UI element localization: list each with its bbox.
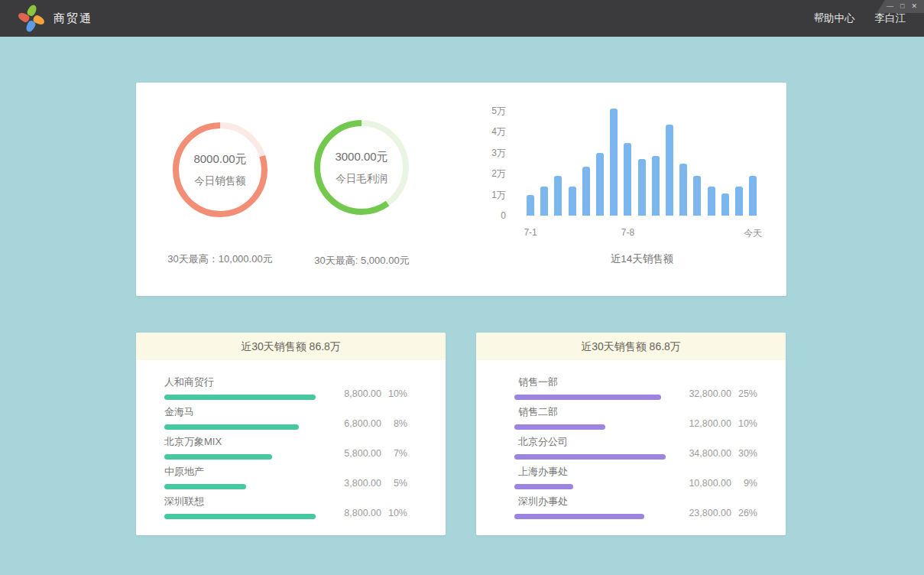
rank-value: 10,800.00	[678, 478, 731, 489]
window-controls: — □ ✕	[877, 0, 924, 13]
today-sales-30day-max: 30天最高：10,000.00元	[148, 252, 293, 266]
chart-x-tick: 7-8	[621, 227, 634, 238]
overview-card: 8000.00元 今日销售额 30天最高：10,000.00元 3000.00元…	[136, 83, 786, 296]
rank-card-body: 人和商贸行 8,800.00 10% 金海马 6,800.00 8% 北京万象M…	[136, 360, 446, 519]
sales-14day-bar-chart: 5万4万3万2万1万0 7-17-8今天 近14天销售额	[488, 105, 782, 281]
chart-y-tick: 1万	[491, 190, 506, 200]
rank-percent: 30%	[731, 448, 757, 459]
rank-label: 人和商贸行	[164, 375, 317, 389]
rank-value: 8,800.00	[328, 388, 381, 399]
rank-percent: 25%	[731, 388, 757, 399]
rank-row: 中原地产 3,800.00 5%	[164, 466, 407, 489]
rank-bar	[164, 395, 316, 400]
rank-percent: 7%	[381, 448, 407, 459]
chart-bar	[527, 195, 534, 216]
rank-value: 12,800.00	[678, 418, 731, 429]
chart-x-tick: 7-1	[524, 227, 537, 238]
today-profit-value: 3000.00元	[335, 150, 387, 164]
titlebar-actions: 帮助中心 李白江	[814, 11, 906, 25]
rank-label: 金海马	[164, 405, 317, 419]
rank-bar	[164, 484, 246, 489]
rank-label: 北京万象MIX	[164, 435, 317, 449]
chart-y-tick: 0	[501, 210, 506, 221]
rank-row: 金海马 6,800.00 8%	[164, 406, 407, 430]
chart-y-tick: 4万	[491, 126, 506, 137]
rank-percent: 10%	[381, 508, 407, 518]
chart-bar	[679, 164, 687, 216]
department-sales-rank-card: 近30天销售额 86.8万 销售一部 32,800.00 25% 销售二部 12…	[476, 333, 786, 535]
rank-percent: 5%	[381, 478, 407, 489]
rank-bar	[514, 395, 661, 400]
chart-bar	[708, 187, 715, 216]
rank-row: 北京万象MIX 5,800.00 7%	[164, 436, 407, 460]
rank-bar	[514, 484, 573, 489]
dashboard: 8000.00元 今日销售额 30天最高：10,000.00元 3000.00元…	[0, 37, 924, 575]
rank-percent: 26%	[731, 508, 757, 518]
rank-label: 销售一部	[518, 375, 667, 389]
titlebar: 商贸通 帮助中心 李白江 — □ ✕	[0, 0, 924, 37]
chart-bar	[638, 159, 646, 216]
chart-bar	[624, 143, 631, 216]
rank-label: 深圳办事处	[518, 495, 667, 508]
chart-bar	[693, 176, 701, 216]
chart-bar	[582, 167, 590, 216]
user-menu[interactable]: 李白江	[875, 11, 906, 25]
rank-card-header: 近30天销售额 86.8万	[476, 333, 786, 360]
rank-row: 深圳联想 8,800.00 10%	[164, 495, 407, 519]
pinwheel-logo-icon	[17, 4, 46, 33]
rank-value: 5,800.00	[328, 448, 381, 459]
rank-value: 3,800.00	[328, 478, 381, 489]
customer-sales-rank-card: 近30天销售额 86.8万 人和商贸行 8,800.00 10% 金海马 6,8…	[136, 333, 446, 535]
chart-y-axis: 5万4万3万2万1万0	[488, 105, 506, 227]
chart-y-tick: 2万	[491, 168, 506, 179]
maximize-button[interactable]: □	[900, 3, 904, 10]
rank-bar	[514, 514, 644, 519]
chart-bar	[569, 187, 576, 216]
rank-percent: 10%	[381, 388, 407, 399]
rank-percent: 9%	[731, 478, 757, 489]
help-center-link[interactable]: 帮助中心	[814, 11, 855, 25]
chart-bar	[749, 176, 757, 216]
rank-row: 上海办事处 10,800.00 9%	[514, 466, 757, 489]
rank-label: 上海办事处	[518, 465, 667, 479]
today-sales-value: 8000.00元	[193, 152, 246, 167]
today-profit-30day-max: 30天最高: 5,000.00元	[291, 254, 433, 268]
rank-bar	[164, 424, 299, 430]
chart-bar	[554, 176, 562, 216]
close-button[interactable]: ✕	[911, 3, 917, 10]
rank-card-body: 销售一部 32,800.00 25% 销售二部 12,800.00 10% 北京…	[476, 360, 786, 519]
minimize-button[interactable]: —	[887, 3, 893, 10]
today-profit-label: 今日毛利润	[336, 172, 387, 186]
rank-bar	[164, 454, 272, 460]
app-title: 商贸通	[53, 11, 92, 26]
chart-y-tick: 5万	[491, 106, 506, 116]
chart-bar	[540, 187, 548, 216]
rank-row: 销售二部 12,800.00 10%	[514, 406, 757, 430]
rank-value: 34,800.00	[678, 448, 731, 459]
rank-bar	[514, 424, 605, 430]
rank-percent: 10%	[731, 418, 757, 429]
rank-value: 32,800.00	[678, 388, 731, 399]
chart-title: 近14天销售额	[524, 252, 760, 266]
rank-label: 中原地产	[164, 465, 317, 479]
chart-bars	[524, 105, 760, 216]
rank-row: 北京分公司 34,800.00 30%	[514, 436, 757, 460]
rank-card-header: 近30天销售额 86.8万	[136, 333, 446, 360]
rank-label: 销售二部	[518, 405, 667, 419]
chart-x-tick: 今天	[744, 227, 762, 240]
rank-bar	[164, 514, 316, 519]
chart-bar	[652, 156, 660, 216]
rank-value: 23,800.00	[678, 508, 731, 518]
rank-value: 6,800.00	[328, 418, 381, 429]
rank-label: 北京分公司	[518, 435, 667, 449]
rank-value: 8,800.00	[328, 508, 381, 518]
rank-bar	[514, 454, 666, 460]
chart-bar	[735, 187, 743, 216]
rank-row: 销售一部 32,800.00 25%	[514, 376, 757, 400]
rank-percent: 8%	[381, 418, 407, 429]
chart-y-tick: 3万	[491, 148, 506, 158]
donut-today-profit: 3000.00元 今日毛利润	[312, 118, 411, 217]
rank-label: 深圳联想	[164, 495, 317, 508]
donut-today-sales: 8000.00元 今日销售额	[170, 120, 270, 219]
chart-bar	[596, 153, 604, 216]
